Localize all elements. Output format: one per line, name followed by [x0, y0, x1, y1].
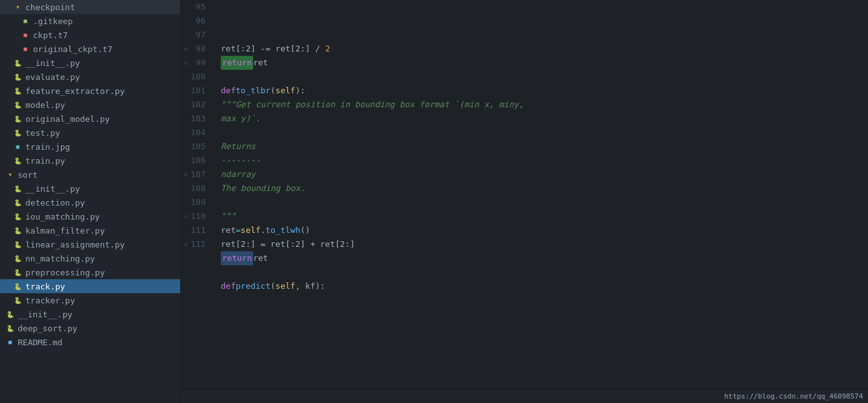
code-line-100: max y)`. [221, 112, 868, 126]
file-py-icon [13, 100, 23, 110]
sidebar-item-track-py[interactable]: track.py [0, 279, 180, 293]
sidebar-item-ckpt-t7[interactable]: ckpt.t7 [0, 28, 180, 42]
code-line-99: """Get current position in bounding box … [221, 98, 868, 112]
sidebar-item-original-ckpt[interactable]: original_ckpt.t7 [0, 42, 180, 56]
line-number-102: 102 [181, 98, 211, 112]
file-py-icon [13, 225, 23, 235]
code-line-110: return ret [221, 251, 868, 265]
line-number-108: 108 [181, 182, 211, 195]
line-number-97: 97 [181, 28, 211, 42]
code-scroll[interactable]: 959697◁98◁99100101102103104105106◁107108… [181, 0, 868, 389]
line-number-109: 109 [181, 195, 211, 209]
sidebar-item-nn-matching-py[interactable]: nn_matching.py [0, 251, 180, 265]
sidebar-item-label: feature_extractor.py [25, 86, 125, 96]
fold-marker[interactable]: ◁ [181, 56, 190, 70]
sidebar-item-label: evaluate.py [25, 72, 80, 82]
file-t7-icon [20, 30, 30, 40]
sidebar-item-kalman-filter-py[interactable]: kalman_filter.py [0, 223, 180, 237]
sidebar-item-feature-extractor-py[interactable]: feature_extractor.py [0, 84, 180, 98]
code-line-111 [221, 265, 868, 279]
file-py-icon [5, 309, 15, 319]
file-py-icon [13, 183, 23, 194]
file-py-icon [13, 211, 23, 221]
sidebar-item-train-jpg[interactable]: train.jpg [0, 140, 180, 154]
line-number-104: 104 [181, 126, 211, 140]
sidebar-item-model-py[interactable]: model.py [0, 98, 180, 112]
sidebar-item-preprocessing-py[interactable]: preprocessing.py [0, 265, 180, 279]
file-py-icon [13, 155, 23, 166]
sidebar-item-label: original_ckpt.t7 [33, 44, 112, 54]
sidebar-item-label: linear_assignment.py [25, 240, 125, 249]
code-line-97 [221, 70, 868, 84]
line-number-96: 96 [181, 14, 211, 28]
sidebar-item-label: sort [18, 170, 37, 180]
line-number-100: 100 [181, 70, 211, 84]
sidebar-item-iou-matching-py[interactable]: iou_matching.py [0, 209, 180, 223]
folder-open-icon [13, 2, 23, 12]
folder-open-icon [5, 169, 15, 180]
code-line-108: ret = self.to_tlwh() [221, 223, 868, 237]
file-keep-icon [20, 16, 30, 26]
sidebar: checkpoint.gitkeepckpt.t7original_ckpt.t… [0, 0, 181, 403]
code-line-104: ndarray [221, 168, 868, 182]
line-number-105: 105 [181, 140, 211, 154]
sidebar-item-label: nn_matching.py [25, 254, 95, 263]
file-py-icon [13, 114, 23, 124]
file-t7-icon [20, 44, 30, 54]
code-line-95: ret[:2] -= ret[2:] / 2 [221, 42, 868, 56]
code-line-96: return ret [221, 56, 868, 70]
line-number-98: ◁98 [181, 42, 211, 56]
line-number-103: 103 [181, 112, 211, 126]
sidebar-item-readme-md[interactable]: README.md [0, 335, 180, 349]
fold-marker[interactable]: ◁ [181, 168, 190, 182]
sidebar-item-label: train.py [25, 156, 65, 166]
sidebar-item-deep-sort-py[interactable]: deep_sort.py [0, 321, 180, 335]
file-py-icon [13, 295, 23, 305]
fold-marker[interactable]: ◁ [181, 42, 190, 56]
code-line-112: def predict(self, kf): [221, 279, 868, 293]
sidebar-item-label: detection.py [25, 198, 85, 208]
file-py-icon [13, 267, 23, 277]
sidebar-item-original-model-py[interactable]: original_model.py [0, 112, 180, 126]
sidebar-item-label: original_model.py [25, 114, 110, 124]
fold-marker[interactable]: ◁ [181, 209, 190, 223]
code-line-105: The bounding box. [221, 182, 868, 195]
file-py-icon [13, 239, 23, 249]
file-py-icon [13, 253, 23, 263]
sidebar-item-label: .gitkeep [33, 17, 73, 26]
line-number-106: 106 [181, 154, 211, 168]
url-text: https://blog.csdn.net/qq_46098574 [724, 392, 863, 400]
fold-marker[interactable]: ◁ [181, 237, 190, 251]
sidebar-item-gitkeep[interactable]: .gitkeep [0, 14, 180, 28]
sidebar-item-linear-assignment-py[interactable]: linear_assignment.py [0, 237, 180, 251]
line-number-111: 111 [181, 223, 211, 237]
sidebar-item-evaluate-py[interactable]: evaluate.py [0, 70, 180, 84]
sidebar-item-train-py[interactable]: train.py [0, 154, 180, 168]
sidebar-item-init-py-1[interactable]: __init__.py [0, 56, 180, 70]
sidebar-item-label: __init__.py [25, 184, 80, 194]
sidebar-item-label: track.py [25, 282, 65, 291]
sidebar-item-init-py-2[interactable]: __init__.py [0, 182, 180, 195]
file-py-icon [13, 281, 23, 291]
code-area: 959697◁98◁99100101102103104105106◁107108… [181, 0, 868, 403]
sidebar-item-tracker-py[interactable]: tracker.py [0, 293, 180, 307]
code-line-107: """ [221, 209, 868, 223]
line-number-101: 101 [181, 84, 211, 98]
file-py-icon [13, 128, 23, 138]
code-line-98: def to_tlbr(self): [221, 84, 868, 98]
sidebar-item-label: model.py [25, 100, 65, 110]
sidebar-item-init-py-3[interactable]: __init__.py [0, 307, 180, 321]
sidebar-item-label: checkpoint [25, 3, 75, 12]
sidebar-item-detection-py[interactable]: detection.py [0, 195, 180, 209]
sidebar-item-checkpoint-folder[interactable]: checkpoint [0, 0, 180, 14]
sidebar-item-label: __init__.py [18, 310, 72, 319]
file-md-icon [5, 337, 15, 347]
sidebar-item-label: train.jpg [25, 142, 70, 152]
sidebar-item-sort-folder[interactable]: sort [0, 168, 180, 182]
line-number-95: 95 [181, 0, 211, 14]
sidebar-item-label: iou_matching.py [25, 212, 100, 221]
file-py-icon [13, 86, 23, 96]
code-lines: ret[:2] -= ret[2:] / 2 return ret def to… [216, 0, 868, 389]
line-numbers: 959697◁98◁99100101102103104105106◁107108… [181, 0, 216, 389]
sidebar-item-test-py[interactable]: test.py [0, 126, 180, 140]
